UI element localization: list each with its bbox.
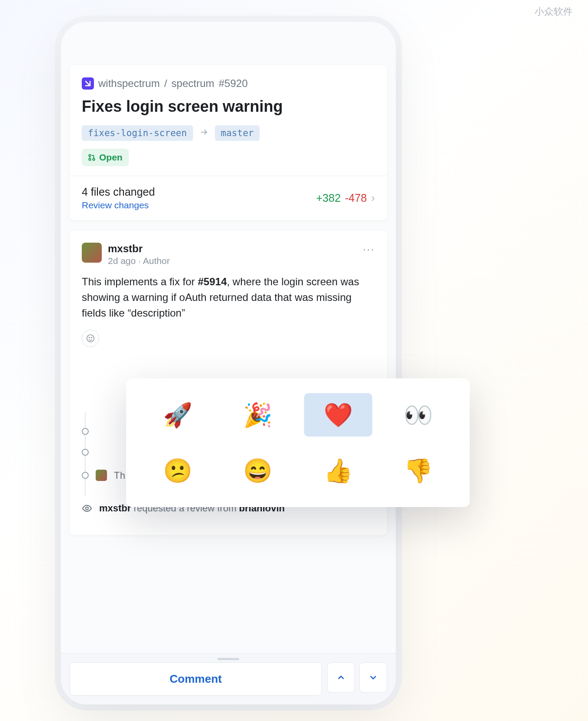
- phone-frame: withspectrum / spectrum #5920 Fixes logi…: [61, 22, 396, 704]
- chevron-down-icon: [368, 672, 378, 683]
- review-changes-link[interactable]: Review changes: [82, 200, 155, 210]
- deletions-count: -478: [345, 192, 367, 204]
- svg-point-4: [89, 337, 90, 337]
- arrow-right-icon: [199, 127, 209, 139]
- target-branch[interactable]: master: [215, 125, 260, 141]
- emoji-picker: 🚀 🎉 ❤️ 👀 😕 😄 👍 👎: [126, 378, 470, 507]
- svg-point-0: [89, 154, 91, 157]
- chevron-right-icon: ›: [371, 191, 375, 205]
- add-reaction-button[interactable]: [82, 330, 99, 347]
- svg-point-5: [91, 337, 92, 337]
- files-changed-label: 4 files changed: [82, 186, 155, 198]
- svg-point-2: [93, 158, 95, 160]
- commit-dot-icon: [82, 428, 89, 435]
- diff-summary-row[interactable]: 4 files changed Review changes +382 -478…: [70, 176, 387, 220]
- chevron-up-icon: [336, 672, 346, 683]
- status-badge: Open: [82, 149, 129, 166]
- branch-comparison: fixes-login-screen master: [82, 125, 375, 141]
- repo-owner: withspectrum: [98, 77, 160, 90]
- repo-slash: /: [164, 77, 167, 90]
- emoji-thumbs-down[interactable]: 👎: [384, 449, 453, 492]
- bottom-bar: Comment: [61, 653, 396, 704]
- more-icon[interactable]: ···: [363, 243, 375, 256]
- pr-header: withspectrum / spectrum #5920 Fixes logi…: [70, 65, 387, 176]
- comment-meta: 2d ago · Author: [108, 256, 170, 266]
- pr-header-card: withspectrum / spectrum #5920 Fixes logi…: [70, 65, 387, 220]
- repo-breadcrumb[interactable]: withspectrum / spectrum #5920: [82, 77, 375, 90]
- svg-point-1: [89, 158, 91, 160]
- comment-header: mxstbr 2d ago · Author ···: [82, 243, 375, 266]
- additions-count: +382: [316, 192, 341, 204]
- source-branch[interactable]: fixes-login-screen: [82, 125, 193, 141]
- pr-title: Fixes login screen warning: [82, 97, 375, 116]
- commit-dot-icon: [82, 472, 89, 479]
- nav-down-button[interactable]: [359, 662, 387, 693]
- comment-text: This implements a fix for: [82, 276, 198, 287]
- avatar: [96, 470, 107, 481]
- emoji-heart[interactable]: ❤️: [304, 393, 372, 437]
- svg-point-6: [86, 507, 88, 510]
- svg-point-3: [87, 335, 94, 342]
- smiley-icon: [86, 334, 95, 343]
- emoji-eyes[interactable]: 👀: [384, 393, 453, 437]
- reaction-row: [82, 330, 375, 347]
- avatar[interactable]: [82, 243, 102, 263]
- drag-handle[interactable]: [217, 658, 239, 660]
- emoji-grin[interactable]: 😄: [224, 449, 292, 492]
- eye-icon: [82, 503, 92, 514]
- watermark: 小众软件: [535, 5, 573, 18]
- emoji-confused[interactable]: 😕: [144, 449, 212, 492]
- commit-dot-icon: [82, 449, 89, 456]
- issue-number: #5920: [219, 77, 248, 90]
- nav-up-button[interactable]: [327, 662, 355, 693]
- repo-name: spectrum: [171, 77, 214, 90]
- comment-body: This implements a fix for #5914, where t…: [82, 274, 375, 321]
- repo-icon: [82, 77, 94, 90]
- comment-button[interactable]: Comment: [70, 662, 322, 696]
- emoji-rocket[interactable]: 🚀: [144, 393, 212, 437]
- emoji-tada[interactable]: 🎉: [224, 393, 292, 437]
- comment-issue-ref[interactable]: #5914: [198, 276, 227, 287]
- emoji-thumbs-up[interactable]: 👍: [304, 449, 372, 492]
- status-text: Open: [99, 152, 123, 163]
- git-pull-request-icon: [88, 154, 96, 161]
- review-requester[interactable]: mxstbr: [99, 503, 131, 514]
- comment-author[interactable]: mxstbr: [108, 243, 170, 255]
